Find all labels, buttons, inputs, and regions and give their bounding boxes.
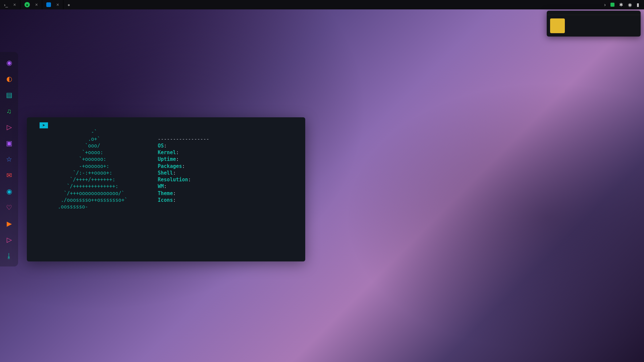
power-icon[interactable]: ◉ [4,58,14,67]
prompt-arrow-icon: ➤ [40,122,48,128]
notes-icon[interactable]: ▤ [4,90,14,100]
expand-icon[interactable]: › [604,2,606,7]
tab-terminal[interactable]: ›_ × [0,0,20,9]
spotify-dock-icon[interactable]: ◉ [4,187,14,196]
tab-vscode[interactable]: × [42,0,63,9]
tray-app-icon[interactable] [610,3,614,7]
wifi-icon[interactable]: ◉ [628,2,632,7]
window-tabs: ›_ × ● × × ● [0,0,599,9]
album-art-icon [550,18,565,33]
ascii-logo: -` [34,129,158,135]
firefox-icon[interactable]: ◐ [4,74,14,83]
folder-music-icon[interactable]: ♫ [4,106,14,116]
top-panel: ›_ × ● × × ● › ✱ ◉ ▮ [0,0,644,9]
folder-heart-icon[interactable]: ♡ [4,203,14,212]
close-icon[interactable]: × [56,2,59,7]
close-icon[interactable]: × [35,2,38,7]
mail-icon[interactable]: ✉ [4,171,14,180]
disk-icon[interactable]: ▣ [4,138,14,148]
star-icon[interactable]: ☆ [4,155,14,164]
close-icon[interactable]: × [13,2,16,7]
tab-empty[interactable]: ● [63,0,74,9]
spotify-icon: ● [24,2,30,7]
vscode-icon [46,2,51,7]
left-dock: ◉ ◐ ▤ ♫ ▷ ▣ ☆ ✉ ◉ ♡ ▶ ▷ ⭳ [0,52,18,266]
bluetooth-icon[interactable]: ✱ [619,2,623,7]
circle-icon: ● [67,2,70,7]
battery-icon[interactable]: ▮ [637,2,639,7]
folder-download-icon[interactable]: ⭳ [4,251,14,260]
notification-title [547,11,641,15]
system-tray: › ✱ ◉ ▮ [599,2,644,7]
tab-spotify[interactable]: ● × [20,0,42,9]
folder-arrow-icon[interactable]: ▶ [4,219,14,228]
terminal-window[interactable]: ➤ -` .o+` ----------------- `ooo/ OS: `+… [27,117,305,261]
play-icon[interactable]: ▷ [4,122,14,132]
terminal-icon: ›_ [4,2,8,7]
folder-video-icon[interactable]: ▷ [4,235,14,244]
music-notification[interactable] [547,11,641,37]
